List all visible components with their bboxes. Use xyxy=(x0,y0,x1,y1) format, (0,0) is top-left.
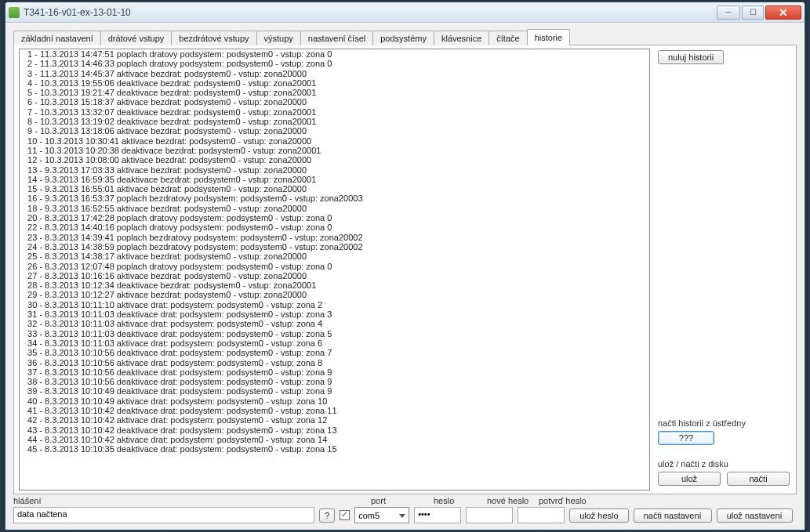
port-enabled-checkbox[interactable] xyxy=(340,510,350,520)
history-row[interactable]: 12 - 10.3.2013 10:08:00 aktivace bezdrat… xyxy=(23,155,648,165)
history-row[interactable]: 36 - 8.3.2013 10:10:56 aktivace drat: po… xyxy=(23,358,648,367)
disk-save-button[interactable]: ulož xyxy=(658,472,721,486)
history-row[interactable]: 37 - 8.3.2013 10:10:56 deaktivace drat: … xyxy=(23,367,648,377)
history-row[interactable]: 13 - 9.3.2013 17:03:33 aktivace bezdrat:… xyxy=(23,165,648,175)
port-combo[interactable]: com5 xyxy=(354,507,409,523)
history-row[interactable]: 34 - 8.3.2013 10:11:03 aktivace drat: po… xyxy=(23,338,648,348)
history-row[interactable]: 22 - 8.3.2013 14:40:16 poplach dratovy p… xyxy=(23,223,648,232)
history-row[interactable]: 10 - 10.3.2013 10:30:41 aktivace bezdrat… xyxy=(23,136,648,146)
history-row[interactable]: 30 - 8.3.2013 10:11:10 aktivace drat: po… xyxy=(23,300,648,309)
history-row[interactable]: 29 - 8.3.2013 10:12:27 aktivace bezdrat:… xyxy=(23,290,648,299)
heslo-label: heslo xyxy=(434,496,487,505)
tab-historie[interactable]: historie xyxy=(527,29,570,45)
tab-strip: základní nastavenídrátové vstupybezdráto… xyxy=(13,29,797,45)
history-row[interactable]: 25 - 8.3.2013 14:38:17 aktivace bezdrat:… xyxy=(23,252,648,261)
save-heslo-button[interactable]: ulož heslo xyxy=(569,508,629,523)
history-row[interactable]: 20 - 8.3.2013 17:42:28 poplach dratovy p… xyxy=(23,213,648,223)
history-row[interactable]: 1 - 11.3.2013 14:47:51 poplach dratovy p… xyxy=(23,49,648,59)
heslo-field[interactable]: •••• xyxy=(414,507,461,523)
potvrd-heslo-label: potvrď heslo xyxy=(539,496,594,505)
status-label: hlášení xyxy=(13,496,321,505)
tab-čítače[interactable]: čítače xyxy=(489,31,527,45)
history-row[interactable]: 35 - 8.3.2013 10:10:56 deaktivace drat: … xyxy=(23,348,648,357)
nove-heslo-field[interactable] xyxy=(466,507,513,523)
tab-podsystémy[interactable]: podsystémy xyxy=(372,31,434,45)
history-row[interactable]: 14 - 9.3.2013 16:59:35 deaktivace bezdra… xyxy=(23,175,648,184)
app-window: T341-16-v01-ex-13-01-10 ─ ☐ ✕ základní n… xyxy=(5,2,805,530)
tab-klávesnice[interactable]: klávesnice xyxy=(434,31,489,45)
load-settings-button[interactable]: načti nastavení xyxy=(634,508,712,523)
history-row[interactable]: 8 - 10.3.2013 13:19:02 deaktivace bezdra… xyxy=(23,117,648,126)
tab-výstupy[interactable]: výstupy xyxy=(256,31,301,45)
history-row[interactable]: 45 - 8.3.2013 10:10:35 deaktivace drat: … xyxy=(23,444,648,454)
read-history-label: načti historii z ústředny xyxy=(658,418,790,428)
port-label: port xyxy=(371,496,434,505)
disk-label: ulož / načti z disku xyxy=(658,459,790,469)
history-row[interactable]: 18 - 9.3.2013 16:52:55 aktivace bezdrat:… xyxy=(23,204,648,213)
history-row[interactable]: 2 - 11.3.2013 14:46:33 poplach dratovy p… xyxy=(23,59,648,68)
history-row[interactable]: 43 - 8.3.2013 10:10:42 deaktivace drat: … xyxy=(23,425,648,435)
history-row[interactable]: 40 - 8.3.2013 10:10:49 aktivace drat: po… xyxy=(23,396,648,406)
history-row[interactable]: 5 - 10.3.2013 19:21:47 deaktivace bezdra… xyxy=(23,88,648,97)
history-row[interactable]: 39 - 8.3.2013 10:10:49 deaktivace drat: … xyxy=(23,386,648,396)
port-value: com5 xyxy=(358,511,380,520)
app-icon xyxy=(9,7,20,18)
tab-nastavení-čísel[interactable]: nastavení čísel xyxy=(300,31,373,45)
tab-bezdrátové-vstupy[interactable]: bezdrátové vstupy xyxy=(171,31,256,45)
history-row[interactable]: 15 - 9.3.2013 16:55:01 aktivace bezdrat:… xyxy=(23,184,648,194)
maximize-button[interactable]: ☐ xyxy=(742,5,764,20)
potvrd-heslo-field[interactable] xyxy=(518,507,565,523)
status-field[interactable]: data načtena xyxy=(13,507,314,523)
history-row[interactable]: 41 - 8.3.2013 10:10:42 deaktivace drat: … xyxy=(23,406,648,415)
history-row[interactable]: 6 - 10.3.2013 15:18:37 aktivace bezdrat:… xyxy=(23,97,648,107)
history-row[interactable]: 38 - 8.3.2013 10:10:56 deaktivace drat: … xyxy=(23,377,648,386)
history-list[interactable]: 1 - 11.3.2013 14:47:51 poplach dratovy p… xyxy=(19,49,650,490)
history-row[interactable]: 23 - 8.3.2013 14:39:41 poplach bezdratov… xyxy=(23,233,648,242)
minimize-button[interactable]: ─ xyxy=(717,5,740,20)
disk-load-button[interactable]: načti xyxy=(727,472,790,486)
tab-drátové-vstupy[interactable]: drátové vstupy xyxy=(100,31,173,45)
history-row[interactable]: 32 - 8.3.2013 10:11:03 aktivace drat: po… xyxy=(23,319,648,328)
titlebar: T341-16-v01-ex-13-01-10 ─ ☐ ✕ xyxy=(5,2,805,23)
clear-history-button[interactable]: nuluj historii xyxy=(658,50,724,64)
read-history-button[interactable]: ??? xyxy=(658,431,714,445)
nove-heslo-label: nové heslo xyxy=(487,496,539,505)
history-row[interactable]: 42 - 8.3.2013 10:10:42 aktivace drat: po… xyxy=(23,415,648,425)
history-row[interactable]: 3 - 11.3.2013 14:45:37 aktivace bezdrat:… xyxy=(23,69,648,78)
help-button[interactable]: ? xyxy=(319,508,335,523)
window-title: T341-16-v01-ex-13-01-10 xyxy=(24,7,717,18)
history-row[interactable]: 7 - 10.3.2013 13:32:07 deaktivace bezdra… xyxy=(23,107,648,117)
history-row[interactable]: 28 - 8.3.2013 10:12:34 deaktivace bezdra… xyxy=(23,280,648,290)
history-row[interactable]: 44 - 8.3.2013 10:10:42 aktivace drat: po… xyxy=(23,435,648,444)
history-row[interactable]: 11 - 10.3.2013 10:20:38 deaktivace bezdr… xyxy=(23,146,648,155)
history-row[interactable]: 27 - 8.3.2013 10:16:16 aktivace bezdrat:… xyxy=(23,271,648,280)
close-button[interactable]: ✕ xyxy=(765,5,801,20)
history-row[interactable]: 26 - 8.3.2013 12:07:48 poplach dratovy p… xyxy=(23,262,648,271)
history-row[interactable]: 9 - 10.3.2013 13:18:06 aktivace bezdrat:… xyxy=(23,126,648,136)
history-row[interactable]: 24 - 8.3.2013 14:38:59 poplach bezdratov… xyxy=(23,242,648,252)
save-settings-button[interactable]: ulož nastavení xyxy=(717,508,793,523)
history-row[interactable]: 33 - 8.3.2013 10:11:03 deaktivace drat: … xyxy=(23,329,648,338)
history-row[interactable]: 16 - 9.3.2013 16:53:37 poplach bezdratov… xyxy=(23,194,648,203)
tab-základní-nastavení[interactable]: základní nastavení xyxy=(13,31,101,45)
history-row[interactable]: 31 - 8.3.2013 10:11:03 deaktivace drat: … xyxy=(23,309,648,319)
history-row[interactable]: 4 - 10.3.2013 19:55:06 deaktivace bezdra… xyxy=(23,78,648,88)
tab-panel-historie: 1 - 11.3.2013 14:47:51 poplach dratovy p… xyxy=(13,45,797,494)
